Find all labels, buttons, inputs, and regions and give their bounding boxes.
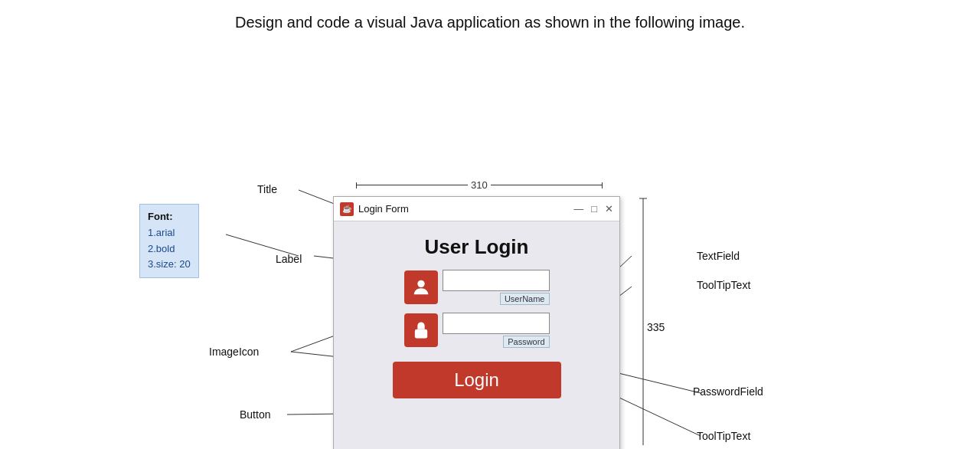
username-field[interactable] (443, 270, 550, 291)
font-annotation-box: Font: 1.arial 2.bold 3.size: 20 (139, 204, 199, 278)
maximize-button[interactable]: □ (591, 203, 597, 215)
user-login-label: User Login (425, 235, 529, 259)
svg-rect-14 (414, 329, 426, 339)
window-title: Login Form (358, 203, 569, 215)
java-window: ☕ Login Form — □ ✕ User Login (333, 196, 620, 449)
window-body: User Login UserName (334, 221, 619, 406)
svg-point-13 (417, 280, 424, 287)
minimize-button[interactable]: — (573, 203, 583, 215)
lock-svg (410, 320, 432, 341)
passwordfield-annotation: PasswordField (693, 385, 763, 398)
button-annotation: Button (240, 408, 270, 421)
password-tooltip: Password (503, 336, 549, 348)
font-line2: 2.bold (148, 243, 175, 254)
password-field[interactable] (443, 313, 550, 334)
user-svg (410, 277, 432, 298)
password-field-wrap: Password (443, 313, 550, 348)
dim-height-label: 335 (647, 321, 665, 333)
window-controls: — □ ✕ (573, 203, 613, 215)
diagram-area: 310 335 Font: 1.arial 2.bold 3.size: 20 … (0, 39, 980, 445)
tooltiptext1-annotation: ToolTipText (697, 279, 750, 291)
font-title: Font: (148, 211, 172, 222)
label-annotation: Label (276, 253, 302, 265)
lock-icon (404, 313, 438, 347)
username-row: UserName (349, 270, 604, 305)
tooltiptext2-annotation: ToolTipText (697, 430, 750, 442)
textfield-annotation: TextField (697, 250, 740, 262)
close-button[interactable]: ✕ (605, 203, 613, 215)
font-line1: 1.arial (148, 227, 175, 238)
user-icon (404, 270, 438, 304)
password-row: Password (349, 313, 604, 348)
login-button[interactable]: Login (393, 362, 561, 398)
window-titlebar: ☕ Login Form — □ ✕ (334, 197, 619, 221)
font-line3: 3.size: 20 (148, 258, 191, 270)
page-instruction: Design and code a visual Java applicatio… (0, 0, 980, 39)
username-field-wrap: UserName (443, 270, 550, 305)
window-icon-symbol: ☕ (342, 205, 351, 213)
window-icon: ☕ (340, 202, 354, 216)
dim-width-line: 310 (356, 179, 603, 191)
imageicon-annotation: ImageIcon (209, 346, 259, 358)
title-annotation: Title (257, 183, 277, 195)
dim-width-label: 310 (468, 179, 491, 191)
username-tooltip: UserName (500, 293, 550, 305)
